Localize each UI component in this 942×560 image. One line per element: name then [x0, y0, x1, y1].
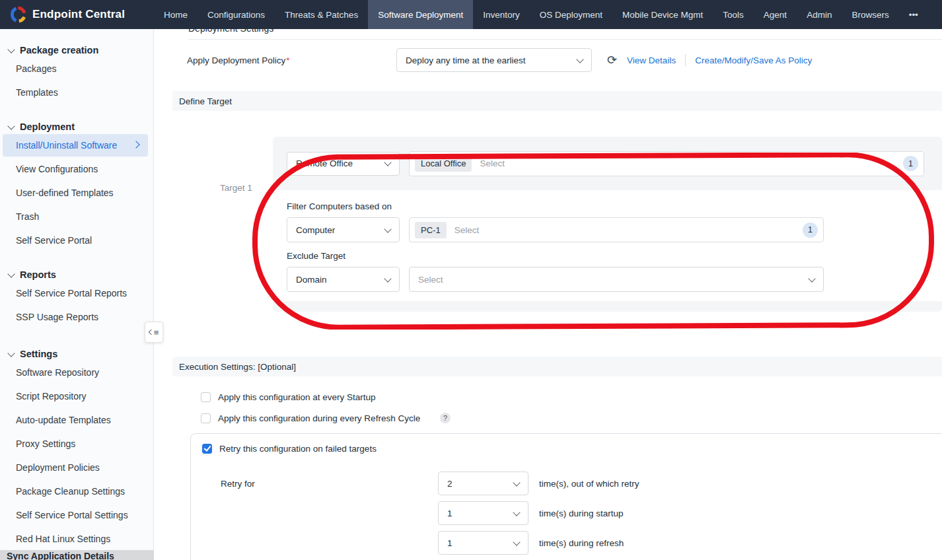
section-title: Deployment: [20, 122, 75, 132]
sidebar-item-proxy-settings[interactable]: Proxy Settings: [0, 432, 153, 456]
collapse-left-icon: [148, 330, 153, 335]
target-select-input[interactable]: Local Office Select 1: [409, 151, 924, 176]
chevron-down-icon: [384, 225, 391, 232]
define-target-section-header: Define Target: [172, 91, 942, 111]
deployment-policy-row: Apply Deployment Policy* Deploy any time…: [172, 48, 942, 72]
retry-checkbox-row: Retry this configuration on failed targe…: [202, 441, 942, 456]
sidebar-item-software-repository[interactable]: Software Repository: [0, 361, 153, 384]
deployment-policy-select[interactable]: Deploy any time at the earliest: [396, 48, 592, 72]
brand[interactable]: Endpoint Central: [0, 6, 154, 23]
sidebar-section-deployment[interactable]: Deployment: [9, 120, 153, 133]
define-target-body: Target 1 Remote Office Local Office Sele…: [172, 137, 942, 337]
retry-startup-select[interactable]: 1: [438, 501, 528, 525]
sidebar-item-templates[interactable]: Templates: [0, 81, 153, 104]
nav-item-home[interactable]: Home: [154, 0, 198, 29]
sidebar-section-reports[interactable]: Reports: [9, 268, 153, 281]
sidebar-item-red-hat-linux-settings[interactable]: Red Hat Linux Settings: [0, 527, 153, 551]
section-title: Package creation: [20, 45, 98, 55]
chevron-down-icon: [7, 46, 15, 53]
nav-item-software-deployment[interactable]: Software Deployment: [368, 0, 473, 29]
filter-computers-label: Filter Computers based on: [287, 201, 942, 211]
nav-item-admin[interactable]: Admin: [797, 0, 842, 29]
sidebar-item-self-service-portal[interactable]: Self Service Portal: [0, 228, 153, 252]
create-modify-save-policy-link[interactable]: Create/Modify/Save As Policy: [695, 55, 812, 65]
title-divider: [188, 39, 942, 40]
refresh-cycle-checkbox[interactable]: [201, 413, 211, 423]
sidebar-item-packages[interactable]: Packages: [0, 57, 153, 81]
nav-item-agent[interactable]: Agent: [754, 0, 797, 29]
execution-settings-section-header: Execution Settings: [Optional]: [172, 357, 942, 376]
section-title: Settings: [20, 349, 57, 359]
help-icon[interactable]: ?: [440, 413, 451, 423]
retry-configuration-box: Retry this configuration on failed targe…: [190, 433, 942, 560]
sidebar: Package creation Packages Templates Depl…: [0, 29, 154, 560]
nav-item-mobile-device-mgmt[interactable]: Mobile Device Mgmt: [612, 0, 713, 29]
selected-policy-value: Deploy any time at the earliest: [406, 55, 526, 65]
nav-items: Home Configurations Threats & Patches So…: [154, 0, 928, 29]
sidebar-item-install-uninstall-software[interactable]: Install/Uninstall Software: [3, 134, 148, 157]
sidebar-item-ssp-usage-reports[interactable]: SSP Usage Reports: [0, 305, 153, 329]
filter-type-value: Computer: [296, 225, 335, 235]
sidebar-item-label: Install/Uninstall Software: [16, 140, 117, 151]
policy-label: Apply Deployment Policy*: [187, 55, 396, 65]
section-title: Reports: [20, 269, 56, 280]
retry-checkbox[interactable]: [202, 444, 212, 454]
filter-select-input[interactable]: PC-1 Select 1: [409, 217, 824, 242]
refresh-cycle-checkbox-row: Apply this configuration during every Re…: [201, 411, 942, 425]
chevron-down-icon: [576, 55, 583, 63]
sidebar-item-user-defined-templates[interactable]: User-defined Templates: [0, 181, 153, 205]
target-count-badge[interactable]: 1: [903, 156, 918, 171]
retry-row: 1 time(s) during refresh: [221, 531, 942, 555]
retry-count-select[interactable]: 2: [438, 472, 528, 495]
retry-refresh-select[interactable]: 1: [438, 531, 528, 555]
chevron-down-icon: [7, 349, 15, 357]
sidebar-item-auto-update-templates[interactable]: Auto-update Templates: [0, 408, 153, 432]
view-details-link[interactable]: View Details: [627, 55, 676, 65]
chevron-right-icon: [132, 141, 139, 148]
brand-name: Endpoint Central: [32, 8, 125, 21]
nav-item-inventory[interactable]: Inventory: [473, 0, 530, 29]
startup-checkbox-label: Apply this configuration at every Startu…: [218, 392, 376, 402]
nav-item-tools[interactable]: Tools: [713, 0, 754, 29]
sidebar-item-self-service-portal-settings[interactable]: Self Service Portal Settings: [0, 503, 153, 527]
target-chip-local-office[interactable]: Local Office: [415, 155, 472, 172]
sidebar-collapse-button[interactable]: ≡: [145, 322, 163, 343]
target-select-placeholder: Select: [480, 158, 505, 168]
sidebar-item-trash[interactable]: Trash: [0, 205, 153, 228]
nav-item-browsers[interactable]: Browsers: [842, 0, 898, 29]
nav-item-more[interactable]: •••: [899, 0, 928, 29]
sidebar-item-package-cleanup-settings[interactable]: Package Cleanup Settings: [0, 479, 153, 503]
retry-refresh-suffix: time(s) during refresh: [539, 538, 624, 548]
filter-chip-pc-1[interactable]: PC-1: [415, 222, 447, 238]
target-type-select[interactable]: Remote Office: [287, 152, 400, 176]
main-content: Deployment Settings Apply Deployment Pol…: [154, 29, 942, 560]
filter-type-select[interactable]: Computer: [287, 217, 400, 242]
required-asterisk: *: [286, 55, 289, 65]
nav-item-threats-patches[interactable]: Threats & Patches: [275, 0, 368, 29]
chevron-down-icon: [384, 275, 391, 282]
menu-lines-icon: ≡: [154, 328, 159, 337]
sidebar-item-script-repository[interactable]: Script Repository: [0, 384, 153, 408]
retry-refresh-value: 1: [447, 538, 453, 548]
startup-checkbox[interactable]: [201, 392, 211, 402]
exclude-type-value: Domain: [296, 275, 327, 285]
target-panel: Remote Office Local Office Select 1 Filt…: [273, 137, 942, 312]
exclude-type-select[interactable]: Domain: [287, 267, 400, 292]
filter-count-badge[interactable]: 1: [803, 223, 818, 238]
nav-item-configurations[interactable]: Configurations: [198, 0, 275, 29]
sidebar-item-deployment-policies[interactable]: Deployment Policies: [0, 456, 153, 479]
sidebar-item-view-configurations[interactable]: View Configurations: [0, 157, 153, 181]
retry-startup-suffix: time(s) during startup: [539, 508, 624, 518]
chevron-down-icon: [513, 508, 520, 516]
sidebar-item-sync-application-details[interactable]: Sync Application Details: [0, 550, 154, 560]
link-divider: [685, 54, 686, 66]
target-filter-body: Filter Computers based on Computer PC-1 …: [273, 190, 942, 301]
chevron-down-icon: [513, 538, 520, 545]
sidebar-section-package-creation[interactable]: Package creation: [9, 44, 153, 57]
exclude-row: Domain Select: [287, 267, 824, 292]
nav-item-os-deployment[interactable]: OS Deployment: [530, 0, 612, 29]
sidebar-section-settings[interactable]: Settings: [9, 347, 153, 361]
refresh-icon[interactable]: ⟳: [607, 54, 617, 66]
sidebar-item-self-service-portal-reports[interactable]: Self Service Portal Reports: [0, 281, 153, 305]
exclude-select-input[interactable]: Select: [409, 267, 824, 292]
